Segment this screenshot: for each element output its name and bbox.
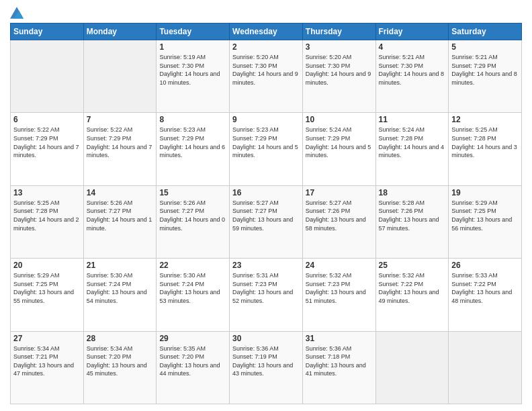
day-info: Sunrise: 5:28 AMSunset: 7:26 PMDaylight:… xyxy=(379,199,446,232)
day-info: Sunrise: 5:36 AMSunset: 7:19 PMDaylight:… xyxy=(232,345,300,378)
day-info: Sunrise: 5:24 AMSunset: 7:28 PMDaylight:… xyxy=(379,126,446,159)
calendar-week-5: 27Sunrise: 5:34 AMSunset: 7:21 PMDayligh… xyxy=(11,331,522,404)
calendar-cell: 13Sunrise: 5:25 AMSunset: 7:28 PMDayligh… xyxy=(11,185,84,258)
day-info: Sunrise: 5:19 AMSunset: 7:30 PMDaylight:… xyxy=(159,53,226,87)
logo xyxy=(10,7,26,19)
day-info: Sunrise: 5:36 AMSunset: 7:18 PMDaylight:… xyxy=(306,345,373,378)
day-info: Sunrise: 5:33 AMSunset: 7:22 PMDaylight:… xyxy=(451,271,519,305)
day-info: Sunrise: 5:30 AMSunset: 7:24 PMDaylight:… xyxy=(87,271,154,305)
day-info: Sunrise: 5:20 AMSunset: 7:30 PMDaylight:… xyxy=(232,53,300,87)
calendar-cell: 10Sunrise: 5:24 AMSunset: 7:29 PMDayligh… xyxy=(302,113,375,185)
day-number: 6 xyxy=(13,115,81,124)
day-info: Sunrise: 5:23 AMSunset: 7:29 PMDaylight:… xyxy=(232,126,300,159)
day-number: 3 xyxy=(306,42,373,52)
calendar-cell: 14Sunrise: 5:26 AMSunset: 7:27 PMDayligh… xyxy=(83,185,157,258)
day-number: 9 xyxy=(232,115,300,124)
day-info: Sunrise: 5:34 AMSunset: 7:20 PMDaylight:… xyxy=(87,345,154,378)
calendar-cell: 2Sunrise: 5:20 AMSunset: 7:30 PMDaylight… xyxy=(230,40,303,113)
day-number: 16 xyxy=(232,188,300,197)
day-number: 12 xyxy=(451,115,519,124)
day-info: Sunrise: 5:27 AMSunset: 7:26 PMDaylight:… xyxy=(306,199,373,232)
header xyxy=(10,7,522,19)
calendar-cell: 26Sunrise: 5:33 AMSunset: 7:22 PMDayligh… xyxy=(449,259,522,331)
day-number: 21 xyxy=(87,261,154,270)
calendar-cell: 29Sunrise: 5:35 AMSunset: 7:20 PMDayligh… xyxy=(157,331,230,404)
day-info: Sunrise: 5:26 AMSunset: 7:27 PMDaylight:… xyxy=(159,199,226,232)
calendar-cell: 6Sunrise: 5:22 AMSunset: 7:29 PMDaylight… xyxy=(11,113,84,185)
calendar-cell: 16Sunrise: 5:27 AMSunset: 7:27 PMDayligh… xyxy=(230,185,303,258)
day-header-monday: Monday xyxy=(83,24,157,40)
day-header-wednesday: Wednesday xyxy=(230,24,303,40)
day-info: Sunrise: 5:31 AMSunset: 7:23 PMDaylight:… xyxy=(232,271,300,305)
day-info: Sunrise: 5:22 AMSunset: 7:29 PMDaylight:… xyxy=(13,126,81,159)
day-number: 4 xyxy=(379,42,446,52)
day-number: 11 xyxy=(379,115,446,124)
calendar-cell: 15Sunrise: 5:26 AMSunset: 7:27 PMDayligh… xyxy=(157,185,230,258)
day-info: Sunrise: 5:32 AMSunset: 7:23 PMDaylight:… xyxy=(306,271,373,305)
day-info: Sunrise: 5:34 AMSunset: 7:21 PMDaylight:… xyxy=(13,345,81,378)
day-number: 15 xyxy=(159,188,226,197)
day-number: 20 xyxy=(13,261,81,270)
calendar-week-1: 1Sunrise: 5:19 AMSunset: 7:30 PMDaylight… xyxy=(11,40,522,113)
day-number: 10 xyxy=(306,115,373,124)
calendar-cell: 18Sunrise: 5:28 AMSunset: 7:26 PMDayligh… xyxy=(375,185,449,258)
day-info: Sunrise: 5:21 AMSunset: 7:29 PMDaylight:… xyxy=(451,53,519,87)
day-number: 25 xyxy=(379,261,446,270)
calendar-week-2: 6Sunrise: 5:22 AMSunset: 7:29 PMDaylight… xyxy=(11,113,522,185)
calendar-cell: 20Sunrise: 5:29 AMSunset: 7:25 PMDayligh… xyxy=(11,259,84,331)
calendar-cell: 12Sunrise: 5:25 AMSunset: 7:28 PMDayligh… xyxy=(449,113,522,185)
calendar-cell: 30Sunrise: 5:36 AMSunset: 7:19 PMDayligh… xyxy=(230,331,303,404)
calendar-cell: 3Sunrise: 5:20 AMSunset: 7:30 PMDaylight… xyxy=(302,40,375,113)
calendar-cell: 5Sunrise: 5:21 AMSunset: 7:29 PMDaylight… xyxy=(449,40,522,113)
calendar-cell: 1Sunrise: 5:19 AMSunset: 7:30 PMDaylight… xyxy=(157,40,230,113)
calendar-cell xyxy=(449,331,522,404)
calendar-week-4: 20Sunrise: 5:29 AMSunset: 7:25 PMDayligh… xyxy=(11,259,522,331)
day-header-saturday: Saturday xyxy=(449,24,522,40)
day-number: 2 xyxy=(232,42,300,52)
day-number: 17 xyxy=(306,188,373,197)
day-number: 1 xyxy=(159,42,226,52)
day-number: 13 xyxy=(13,188,81,197)
day-info: Sunrise: 5:29 AMSunset: 7:25 PMDaylight:… xyxy=(451,199,519,232)
day-info: Sunrise: 5:30 AMSunset: 7:24 PMDaylight:… xyxy=(159,271,226,305)
calendar-cell: 7Sunrise: 5:22 AMSunset: 7:29 PMDaylight… xyxy=(83,113,157,185)
day-header-sunday: Sunday xyxy=(11,24,84,40)
day-number: 31 xyxy=(306,334,373,343)
calendar-cell xyxy=(83,40,157,113)
day-info: Sunrise: 5:23 AMSunset: 7:29 PMDaylight:… xyxy=(159,126,226,159)
day-info: Sunrise: 5:29 AMSunset: 7:25 PMDaylight:… xyxy=(13,271,81,305)
day-number: 7 xyxy=(87,115,154,124)
calendar-cell: 24Sunrise: 5:32 AMSunset: 7:23 PMDayligh… xyxy=(302,259,375,331)
day-number: 22 xyxy=(159,261,226,270)
day-number: 24 xyxy=(306,261,373,270)
calendar-cell: 8Sunrise: 5:23 AMSunset: 7:29 PMDaylight… xyxy=(157,113,230,185)
day-header-thursday: Thursday xyxy=(302,24,375,40)
calendar-cell xyxy=(11,40,84,113)
page: SundayMondayTuesdayWednesdayThursdayFrid… xyxy=(0,0,532,411)
day-info: Sunrise: 5:24 AMSunset: 7:29 PMDaylight:… xyxy=(306,126,373,159)
calendar-cell: 25Sunrise: 5:32 AMSunset: 7:22 PMDayligh… xyxy=(375,259,449,331)
calendar-week-3: 13Sunrise: 5:25 AMSunset: 7:28 PMDayligh… xyxy=(11,185,522,258)
calendar-cell: 28Sunrise: 5:34 AMSunset: 7:20 PMDayligh… xyxy=(83,331,157,404)
calendar-cell: 4Sunrise: 5:21 AMSunset: 7:30 PMDaylight… xyxy=(375,40,449,113)
day-number: 28 xyxy=(87,334,154,343)
day-info: Sunrise: 5:20 AMSunset: 7:30 PMDaylight:… xyxy=(306,53,373,87)
calendar-cell: 31Sunrise: 5:36 AMSunset: 7:18 PMDayligh… xyxy=(302,331,375,404)
calendar-cell: 17Sunrise: 5:27 AMSunset: 7:26 PMDayligh… xyxy=(302,185,375,258)
calendar-cell: 11Sunrise: 5:24 AMSunset: 7:28 PMDayligh… xyxy=(375,113,449,185)
day-number: 26 xyxy=(451,261,519,270)
calendar-cell: 27Sunrise: 5:34 AMSunset: 7:21 PMDayligh… xyxy=(11,331,84,404)
calendar-cell: 9Sunrise: 5:23 AMSunset: 7:29 PMDaylight… xyxy=(230,113,303,185)
day-info: Sunrise: 5:26 AMSunset: 7:27 PMDaylight:… xyxy=(87,199,154,232)
calendar-cell: 23Sunrise: 5:31 AMSunset: 7:23 PMDayligh… xyxy=(230,259,303,331)
day-info: Sunrise: 5:21 AMSunset: 7:30 PMDaylight:… xyxy=(379,53,446,87)
day-info: Sunrise: 5:32 AMSunset: 7:22 PMDaylight:… xyxy=(379,271,446,305)
day-info: Sunrise: 5:25 AMSunset: 7:28 PMDaylight:… xyxy=(13,199,81,232)
calendar-cell: 22Sunrise: 5:30 AMSunset: 7:24 PMDayligh… xyxy=(157,259,230,331)
day-header-tuesday: Tuesday xyxy=(157,24,230,40)
day-number: 8 xyxy=(159,115,226,124)
day-number: 18 xyxy=(379,188,446,197)
day-info: Sunrise: 5:25 AMSunset: 7:28 PMDaylight:… xyxy=(451,126,519,159)
day-number: 27 xyxy=(13,334,81,343)
day-number: 30 xyxy=(232,334,300,343)
